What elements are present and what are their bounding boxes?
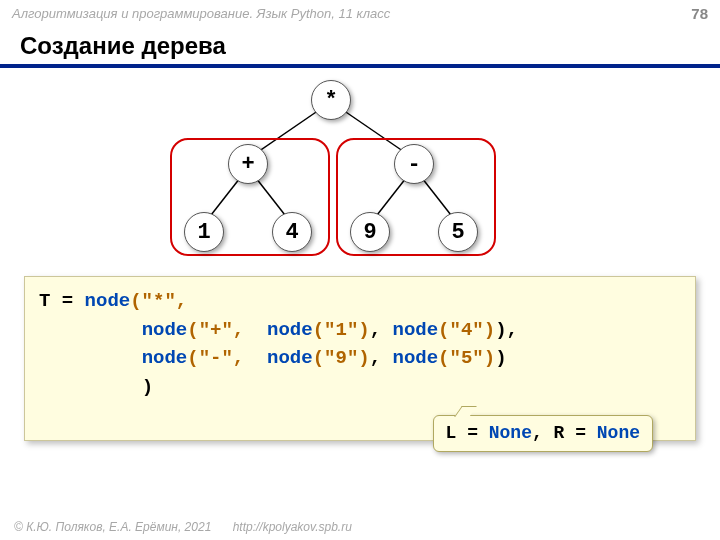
breadcrumb: Алгоритмизация и программирование. Язык … — [12, 6, 390, 21]
tree-node-minus: - — [394, 144, 434, 184]
page-title: Создание дерева — [20, 32, 700, 60]
tree-node-root: * — [311, 80, 351, 120]
copyright: © К.Ю. Поляков, Е.А. Ерёмин, 2021 — [14, 520, 211, 534]
tree-node-4: 4 — [272, 212, 312, 252]
tree-node-5: 5 — [438, 212, 478, 252]
tree-node-9: 9 — [350, 212, 390, 252]
page-number: 78 — [691, 5, 708, 22]
slide-footer: © К.Ю. Поляков, Е.А. Ерёмин, 2021 http:/… — [14, 520, 352, 534]
tree-diagram: * + - 1 4 9 5 — [0, 74, 720, 264]
tree-node-1: 1 — [184, 212, 224, 252]
footer-url: http://kpolyakov.spb.ru — [233, 520, 352, 534]
slide-header: Алгоритмизация и программирование. Язык … — [0, 0, 720, 26]
tree-node-plus: + — [228, 144, 268, 184]
code-block: T = node("*", node("+", node("1"), node(… — [24, 276, 696, 441]
callout-none: L = None, R = None — [433, 415, 653, 452]
title-rule — [0, 64, 720, 68]
